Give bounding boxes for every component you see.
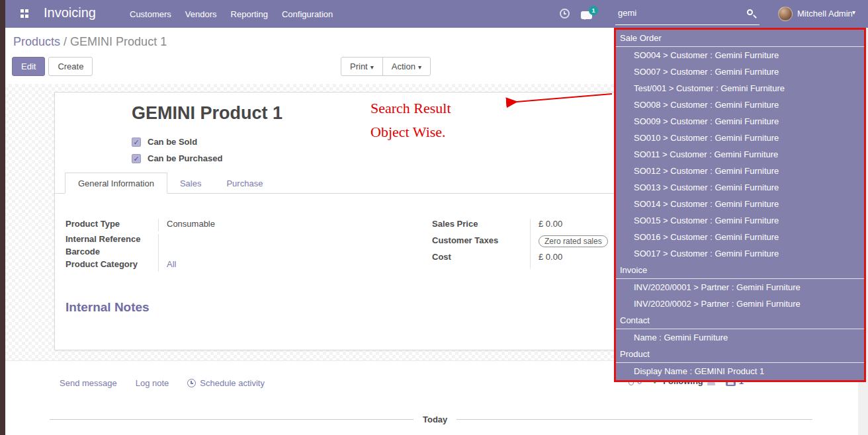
field-value-product-category[interactable]: All [158, 259, 370, 272]
search-result-item[interactable]: SO014 > Customer : Gemini Furniture [616, 196, 864, 212]
search-result-item[interactable]: SO009 > Customer : Gemini Furniture [616, 113, 864, 130]
field-row-product-type: Product TypeConsumable [65, 219, 370, 231]
field-value-barcode [158, 247, 370, 259]
schedule-activity-button[interactable]: Schedule activity [187, 378, 265, 388]
internal-notes-heading: Internal Notes [65, 300, 150, 315]
breadcrumb-products-link[interactable]: Products [13, 35, 60, 48]
search-icon[interactable] [747, 9, 753, 15]
field-label-product-type: Product Type [65, 219, 158, 231]
search-group-header-invoice: Invoice [616, 262, 864, 279]
top-navbar: Invoicing CustomersVendorsReportingConfi… [0, 0, 868, 28]
activities-icon[interactable] [560, 9, 570, 19]
field-label-barcode: Barcode [65, 247, 158, 259]
search-result-item[interactable]: INV/2020/0001 > Partner : Gemini Furnitu… [616, 279, 864, 296]
search-result-item[interactable]: SO004 > Customer : Gemini Furniture [616, 47, 864, 63]
search-result-item[interactable]: SO015 > Customer : Gemini Furniture [616, 212, 864, 229]
breadcrumb-current: GEMINI Product 1 [70, 35, 167, 48]
search-result-item[interactable]: Display Name : GEMINI Product 1 [616, 363, 864, 379]
tab-sales[interactable]: Sales [167, 173, 214, 193]
search-result-item[interactable]: SO016 > Customer : Gemini Furniture [616, 229, 864, 245]
checkbox-label-can-be-purchased: Can be Purchased [148, 153, 222, 163]
search-result-item[interactable]: SO013 > Customer : Gemini Furniture [616, 179, 864, 196]
search-result-item[interactable]: SO017 > Customer : Gemini Furniture [616, 245, 864, 262]
search-group-header-contact: Contact [616, 312, 864, 329]
fields-left-column: Product TypeConsumableInternal Reference… [65, 219, 370, 272]
apps-menu-icon[interactable] [21, 9, 30, 19]
tab-general-information[interactable]: General Information [65, 173, 167, 194]
checkbox-row-can-be-purchased: Can be Purchased [132, 150, 222, 167]
search-input[interactable] [615, 3, 738, 18]
product-title: GEMINI Product 1 [132, 103, 282, 124]
nav-item-configuration[interactable]: Configuration [282, 9, 333, 19]
search-result-item[interactable]: INV/2020/0002 > Partner : Gemini Furnitu… [616, 296, 864, 312]
annotation-line1: Search Result [370, 97, 451, 120]
field-label-customer-taxes: Customer Taxes [432, 235, 530, 252]
field-label-internal-reference: Internal Reference [65, 234, 158, 247]
form-buttons: Edit Create [12, 57, 93, 76]
today-divider-label: Today [413, 415, 456, 424]
chatter-buttons: Send message Log note Schedule activity [60, 378, 265, 388]
search-dropdown: Sale OrderSO004 > Customer : Gemini Furn… [614, 28, 866, 382]
nav-item-reporting[interactable]: Reporting [231, 9, 268, 19]
search-result-item[interactable]: SO012 > Customer : Gemini Furniture [616, 163, 864, 179]
checkbox-label-can-be-sold: Can be Sold [148, 137, 197, 147]
global-search [615, 3, 760, 25]
schedule-clock-icon [187, 379, 196, 387]
annotation-line2: Object Wise. [370, 120, 451, 144]
search-result-item[interactable]: Test/001 > Customer : Gemini Furniture [616, 80, 864, 97]
action-dropdown-button[interactable]: Action [383, 58, 430, 75]
create-button[interactable]: Create [48, 57, 93, 76]
user-menu-caret-icon[interactable]: ▾ [852, 9, 855, 16]
user-menu[interactable]: Mitchell Admin [797, 9, 853, 19]
print-action-group: Print Action [341, 57, 431, 76]
search-result-item[interactable]: Name : Gemini Furniture [616, 329, 864, 346]
field-row-barcode: Barcode [65, 247, 370, 259]
annotation-note: Search Result Object Wise. [370, 97, 451, 144]
checkbox-can-be-purchased[interactable] [132, 154, 141, 163]
app-brand[interactable]: Invoicing [44, 5, 96, 20]
log-note-button[interactable]: Log note [136, 378, 169, 388]
print-dropdown-button[interactable]: Print [341, 58, 383, 75]
search-group-header-product: Product [616, 346, 864, 363]
field-value-product-type: Consumable [158, 219, 370, 231]
field-label-product-category: Product Category [65, 259, 158, 272]
search-result-item[interactable]: SO010 > Customer : Gemini Furniture [616, 130, 864, 146]
field-label-cost: Cost [432, 252, 530, 268]
messages-icon[interactable]: 1 [581, 9, 598, 20]
field-value-internal-reference [158, 234, 370, 247]
schedule-activity-label: Schedule activity [200, 378, 265, 388]
edit-button[interactable]: Edit [12, 57, 45, 76]
user-avatar[interactable] [778, 7, 793, 21]
checkbox-row-can-be-sold: Can be Sold [132, 134, 222, 150]
tax-pill[interactable]: Zero rated sales [539, 235, 608, 247]
tab-purchase[interactable]: Purchase [214, 173, 275, 193]
search-result-item[interactable]: SO008 > Customer : Gemini Furniture [616, 97, 864, 113]
breadcrumb-separator: / [64, 35, 67, 48]
field-label-sales-price: Sales Price [432, 219, 530, 235]
product-checkboxes: Can be SoldCan be Purchased [132, 134, 222, 167]
search-group-header-sale-order: Sale Order [616, 30, 864, 47]
field-row-internal-reference: Internal Reference [65, 234, 370, 247]
search-result-item[interactable]: SO011 > Customer : Gemini Furniture [616, 146, 864, 163]
nav-menu: CustomersVendorsReportingConfiguration [130, 0, 333, 28]
send-message-button[interactable]: Send message [60, 378, 117, 388]
messages-badge: 1 [589, 6, 598, 15]
nav-item-vendors[interactable]: Vendors [185, 9, 217, 19]
breadcrumb: Products / GEMINI Product 1 [13, 35, 167, 49]
nav-item-customers[interactable]: Customers [130, 9, 171, 19]
window-edge-strip [0, 0, 5, 435]
annotation-arrow [501, 90, 615, 108]
checkbox-can-be-sold[interactable] [132, 138, 141, 147]
field-row-product-category: Product CategoryAll [65, 259, 370, 272]
search-result-item[interactable]: SO007 > Customer : Gemini Furniture [616, 63, 864, 80]
